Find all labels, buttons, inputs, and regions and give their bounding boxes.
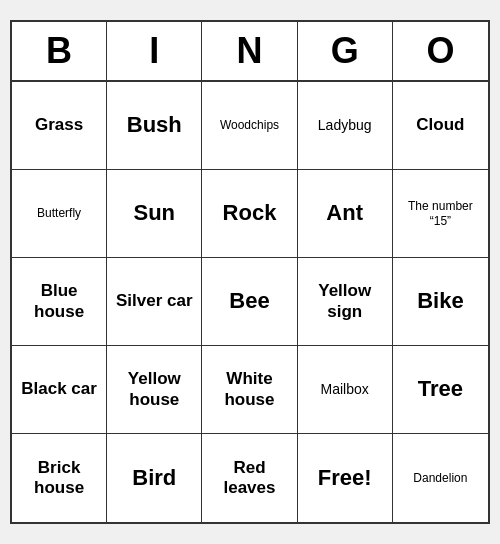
cell-r2-c0: Blue house [12,258,107,346]
header-letter: O [393,22,488,80]
cell-text: Red leaves [206,458,292,499]
cell-text: Yellow sign [302,281,388,322]
cell-text: Cloud [416,115,464,135]
cell-r1-c0: Butterfly [12,170,107,258]
header-letter: I [107,22,202,80]
cell-r1-c4: The number “15” [393,170,488,258]
cell-text: Dandelion [413,471,467,485]
cell-r1-c1: Sun [107,170,202,258]
cell-text: Woodchips [220,118,279,132]
cell-text: Sun [134,200,176,226]
bingo-header: BINGO [12,22,488,82]
bingo-card: BINGO GrassBushWoodchipsLadybugCloudButt… [10,20,490,524]
cell-r0-c2: Woodchips [202,82,297,170]
bingo-grid: GrassBushWoodchipsLadybugCloudButterflyS… [12,82,488,522]
cell-r4-c3: Free! [298,434,393,522]
cell-r3-c2: White house [202,346,297,434]
cell-r0-c0: Grass [12,82,107,170]
cell-text: Tree [418,376,463,402]
cell-text: Black car [21,379,97,399]
header-letter: N [202,22,297,80]
cell-text: White house [206,369,292,410]
cell-text: Ant [326,200,363,226]
cell-text: Yellow house [111,369,197,410]
cell-text: Silver car [116,291,193,311]
cell-r2-c3: Yellow sign [298,258,393,346]
cell-text: Bee [229,288,269,314]
cell-r3-c1: Yellow house [107,346,202,434]
cell-r0-c1: Bush [107,82,202,170]
header-letter: B [12,22,107,80]
cell-r1-c3: Ant [298,170,393,258]
cell-text: Butterfly [37,206,81,220]
cell-text: Mailbox [321,381,369,398]
cell-text: Blue house [16,281,102,322]
cell-text: Rock [223,200,277,226]
header-letter: G [298,22,393,80]
cell-r4-c1: Bird [107,434,202,522]
cell-text: Bush [127,112,182,138]
cell-r4-c0: Brick house [12,434,107,522]
cell-text: Brick house [16,458,102,499]
cell-r2-c2: Bee [202,258,297,346]
cell-text: Ladybug [318,117,372,134]
cell-r4-c2: Red leaves [202,434,297,522]
cell-r0-c4: Cloud [393,82,488,170]
cell-r3-c3: Mailbox [298,346,393,434]
cell-r1-c2: Rock [202,170,297,258]
cell-text: Bike [417,288,463,314]
cell-r2-c1: Silver car [107,258,202,346]
cell-r2-c4: Bike [393,258,488,346]
cell-r3-c4: Tree [393,346,488,434]
cell-r4-c4: Dandelion [393,434,488,522]
cell-text: The number “15” [397,199,484,228]
cell-text: Free! [318,465,372,491]
cell-r3-c0: Black car [12,346,107,434]
cell-text: Bird [132,465,176,491]
cell-text: Grass [35,115,83,135]
cell-r0-c3: Ladybug [298,82,393,170]
